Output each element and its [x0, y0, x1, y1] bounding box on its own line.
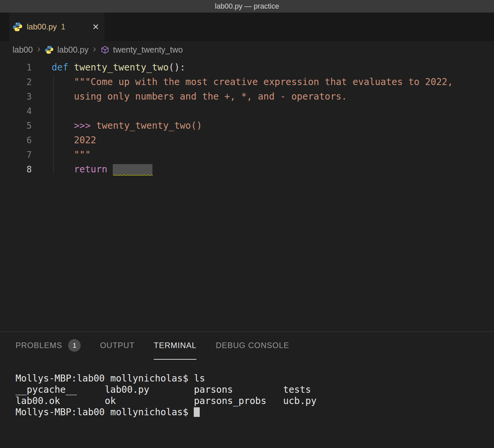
- line-number: 6: [0, 133, 32, 148]
- code-line[interactable]: 1def twenty_twenty_two():: [0, 60, 494, 75]
- line-number: 8: [0, 162, 32, 177]
- line-number: 4: [0, 104, 32, 118]
- panel-tab-label: OUTPUT: [100, 341, 135, 350]
- panel-tab-output[interactable]: OUTPUT: [100, 332, 135, 360]
- code-text: 2022: [52, 133, 96, 148]
- code-line[interactable]: 8 return: [0, 162, 494, 177]
- code-text: """Come up with the most creative expres…: [52, 75, 453, 89]
- python-icon: [13, 22, 22, 32]
- terminal-cursor: [194, 407, 200, 417]
- code-text: def twenty_twenty_two():: [52, 60, 185, 75]
- panel-tab-label: DEBUG CONSOLE: [216, 341, 289, 350]
- terminal-line: Mollys-MBP:lab00 mollynicholas$ ls: [16, 373, 494, 384]
- panel-tab-debug-console[interactable]: DEBUG CONSOLE: [216, 332, 289, 360]
- line-number: 5: [0, 118, 32, 133]
- breadcrumb-item[interactable]: twenty_twenty_two: [113, 45, 183, 55]
- chevron-right-icon: ›: [37, 44, 40, 54]
- breadcrumb-item[interactable]: lab00: [13, 45, 33, 55]
- code-text: """: [52, 148, 91, 162]
- line-number: 2: [0, 75, 32, 89]
- breadcrumb-item[interactable]: lab00.py: [57, 45, 89, 55]
- terminal-line: __pycache__ lab00.py parsons tests: [16, 384, 494, 395]
- window-titlebar: lab00.py — practice: [0, 0, 494, 13]
- breadcrumb: lab00›lab00.py›twenty_twenty_two: [0, 41, 494, 58]
- tab-label: lab00.py: [27, 22, 57, 31]
- code-line[interactable]: 3 using only numbers and the +, *, and -…: [0, 89, 494, 104]
- panel-tab-label: TERMINAL: [154, 341, 196, 350]
- symbol-cube-icon: [101, 45, 109, 54]
- code-line[interactable]: 2 """Come up with the most creative expr…: [0, 75, 494, 89]
- line-number: 3: [0, 89, 32, 104]
- indent-guide: [53, 75, 54, 174]
- tab-bar: lab00.py 1 ✕: [0, 13, 494, 41]
- code-editor[interactable]: 1def twenty_twenty_two():2 """Come up wi…: [0, 58, 494, 332]
- chevron-right-icon: ›: [93, 44, 96, 54]
- terminal-line: lab00.ok ok parsons_probs ucb.py: [16, 395, 494, 407]
- panel-tab-label: PROBLEMS: [16, 341, 62, 350]
- code-line[interactable]: 6 2022: [0, 133, 494, 148]
- code-line[interactable]: 4: [0, 104, 494, 118]
- tab-problems-badge: 1: [61, 22, 65, 31]
- line-number: 7: [0, 148, 32, 162]
- terminal[interactable]: Mollys-MBP:lab00 mollynicholas$ ls__pyca…: [0, 360, 494, 418]
- code-line[interactable]: 5 >>> twenty_twenty_two(): [0, 118, 494, 133]
- code-line[interactable]: 7 """: [0, 148, 494, 162]
- panel-tab-bar: PROBLEMS1OUTPUTTERMINALDEBUG CONSOLE: [0, 332, 494, 360]
- python-icon: [45, 45, 54, 54]
- window-title: lab00.py — practice: [215, 2, 279, 11]
- terminal-prompt: Mollys-MBP:lab00 mollynicholas$: [16, 407, 194, 418]
- terminal-prompt-line: Mollys-MBP:lab00 mollynicholas$: [16, 407, 494, 418]
- problems-count-badge: 1: [68, 339, 81, 352]
- panel-tab-terminal[interactable]: TERMINAL: [154, 332, 196, 360]
- tab-lab00py[interactable]: lab00.py 1 ✕: [9, 13, 104, 41]
- line-number: 1: [0, 60, 32, 75]
- bottom-panel: PROBLEMS1OUTPUTTERMINALDEBUG CONSOLE Mol…: [0, 332, 494, 448]
- close-icon[interactable]: ✕: [92, 22, 99, 32]
- panel-tab-problems[interactable]: PROBLEMS1: [16, 332, 81, 360]
- code-text: >>> twenty_twenty_two(): [52, 118, 202, 133]
- code-text: return: [52, 162, 152, 177]
- selection-placeholder-warning: [113, 164, 152, 175]
- code-text: using only numbers and the +, *, and - o…: [52, 89, 347, 104]
